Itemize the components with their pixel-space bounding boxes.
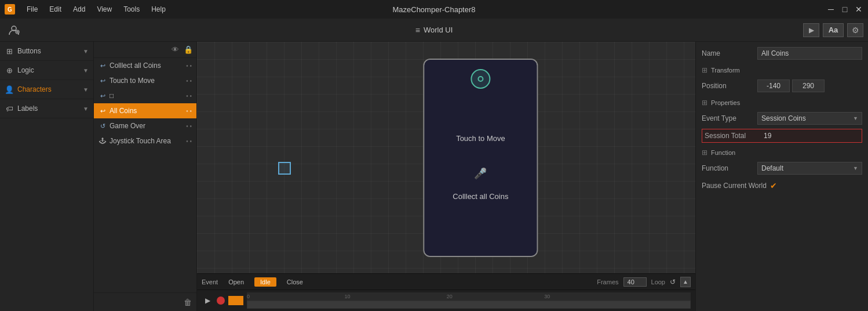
phone-frame: Touch to Move 🎤 Colllect all Coins <box>423 59 538 257</box>
tab-open[interactable]: Open <box>223 277 250 287</box>
titlebar: G File Edit Add View Tools Help MazeChom… <box>0 0 868 19</box>
aa-button[interactable]: Aa <box>823 23 844 37</box>
joystick-label: Joystick Touch Area <box>110 137 171 145</box>
hierarchy-item-game-over[interactable]: ↺ Game Over • • <box>94 118 196 133</box>
event-type-dropdown[interactable]: Session Coins ▼ <box>757 112 862 125</box>
settings-button[interactable]: ⚙ <box>847 23 863 37</box>
transform-label: Transform <box>711 67 740 74</box>
menu-edit[interactable]: Edit <box>45 4 66 15</box>
toolbar-right: ▶ Aa ⚙ <box>803 23 863 37</box>
position-label: Position <box>702 82 754 90</box>
characters-chevron: ▼ <box>83 86 89 93</box>
menu-tools[interactable]: Tools <box>119 4 144 15</box>
canvas-area[interactable]: Touch to Move 🎤 Colllect all Coins <box>197 42 695 273</box>
loop-icon[interactable]: ↺ <box>670 278 676 286</box>
menu-view[interactable]: View <box>92 4 116 15</box>
name-input[interactable] <box>757 47 862 60</box>
touch-actions[interactable]: • • <box>186 78 192 84</box>
event-type-arrow: ▼ <box>853 115 858 121</box>
collect-coins-icon: ↩ <box>99 62 107 70</box>
position-x-input[interactable] <box>757 79 790 92</box>
tab-idle[interactable]: Idle <box>254 277 276 287</box>
titlebar-controls[interactable]: ─ □ ✕ <box>826 5 863 14</box>
buttons-section-header[interactable]: ⊞ Buttons ▼ <box>0 42 93 60</box>
canvas-grid: Touch to Move 🎤 Colllect all Coins <box>197 42 695 273</box>
timeline-record-button[interactable] <box>217 296 225 305</box>
properties-icon: ⊞ <box>702 99 707 107</box>
buttons-label: Buttons <box>17 47 41 55</box>
play-button[interactable]: ▶ <box>803 23 819 37</box>
timeline: Event Open Idle Close Frames Loop ↺ ▲ ▶ <box>197 273 695 311</box>
transform-icon: ⊞ <box>702 66 707 74</box>
delete-button[interactable]: 🗑 <box>184 298 192 307</box>
event-label: Event <box>202 279 218 285</box>
function-label: Function <box>702 164 754 172</box>
menu-file[interactable]: File <box>22 4 42 15</box>
position-y-input[interactable] <box>792 79 825 92</box>
characters-label: Characters <box>17 85 52 93</box>
collapse-button[interactable]: ▲ <box>680 277 691 287</box>
labels-chevron: ▼ <box>83 106 89 112</box>
game-over-actions[interactable]: • • <box>186 123 192 129</box>
menu-help[interactable]: Help <box>147 4 170 15</box>
unnamed-icon: ↩ <box>99 92 107 100</box>
logic-section-header[interactable]: ⊕ Logic ▼ <box>0 61 93 79</box>
collect-coins-actions[interactable]: • • <box>186 63 192 69</box>
loop-label: Loop <box>651 279 665 285</box>
circle-inner <box>477 76 483 82</box>
ruler-mark-30: 30 <box>544 294 550 299</box>
hierarchy-item-all-coins[interactable]: ↩ All Coins • • <box>94 103 196 118</box>
mic-icon: 🎤 <box>474 167 487 180</box>
labels-section-header[interactable]: 🏷 Labels ▼ <box>0 99 93 118</box>
timeline-controls: ▶ 0 10 20 30 <box>197 290 695 311</box>
joystick-icon: 🕹 <box>99 137 107 145</box>
name-row: Name <box>702 46 862 60</box>
frames-input[interactable] <box>623 277 647 287</box>
timeline-play-button[interactable]: ▶ <box>202 295 213 306</box>
world-ui-label: World UI <box>424 26 453 34</box>
properties-header: ⊞ Properties <box>702 99 862 107</box>
lock-icon[interactable]: 🔒 <box>184 45 193 54</box>
ruler-mark-20: 20 <box>447 294 453 299</box>
buttons-icon: ⊞ <box>5 46 14 56</box>
close-button[interactable]: ✕ <box>854 5 863 14</box>
titlebar-menu[interactable]: File Edit Add View Tools Help <box>22 4 170 15</box>
logic-icon: ⊕ <box>5 66 14 75</box>
hierarchy-item-unnamed[interactable]: ↩ □ • • <box>94 88 196 103</box>
ruler-mark-0: 0 <box>247 294 250 299</box>
right-panel: Name ⊞ Transform Position ⊞ Properties E… <box>695 42 868 311</box>
center-area: Touch to Move 🎤 Colllect all Coins Event… <box>197 42 695 311</box>
hierarchy-item-collect-coins[interactable]: ↩ Colllect all Coins • • <box>94 58 196 73</box>
timeline-color-block <box>228 296 243 305</box>
position-row: Position <box>702 79 862 93</box>
labels-label: Labels <box>17 104 38 113</box>
timeline-track[interactable] <box>247 301 691 309</box>
function-row: Function Default ▼ <box>702 161 862 175</box>
hierarchy-item-joystick[interactable]: 🕹 Joystick Touch Area • • <box>94 133 196 149</box>
joystick-actions[interactable]: • • <box>186 138 192 144</box>
eye-icon[interactable]: 👁 <box>172 45 179 54</box>
minimize-button[interactable]: ─ <box>826 5 836 14</box>
toolbar-avatar-button[interactable] <box>5 22 23 38</box>
tab-close[interactable]: Close <box>281 277 309 287</box>
unnamed-actions[interactable]: • • <box>186 93 192 99</box>
app-logo: G <box>5 4 15 15</box>
all-coins-icon: ↩ <box>99 107 107 115</box>
small-element[interactable] <box>278 162 291 175</box>
unnamed-label: □ <box>110 92 114 100</box>
all-coins-actions[interactable]: • • <box>186 108 192 114</box>
hierarchy-item-touch-to-move[interactable]: ↩ Touch to Move • • <box>94 73 196 88</box>
buttons-chevron: ▼ <box>83 48 89 55</box>
session-total-input[interactable] <box>760 131 859 141</box>
characters-section-header[interactable]: 👤 Characters ▼ <box>0 80 93 99</box>
collect-coins-canvas-label: Colllect all Coins <box>453 192 508 201</box>
pause-world-label: Pause Current World <box>702 182 767 190</box>
menu-add[interactable]: Add <box>68 4 90 15</box>
buttons-section: ⊞ Buttons ▼ <box>0 42 93 61</box>
event-type-label: Event Type <box>702 114 754 122</box>
function-dropdown[interactable]: Default ▼ <box>757 162 862 175</box>
touch-to-move-canvas-label: Touch to Move <box>456 134 505 143</box>
pause-world-checkmark[interactable]: ✔ <box>770 181 777 190</box>
characters-section: 👤 Characters ▼ <box>0 80 93 99</box>
maximize-button[interactable]: □ <box>840 5 849 14</box>
